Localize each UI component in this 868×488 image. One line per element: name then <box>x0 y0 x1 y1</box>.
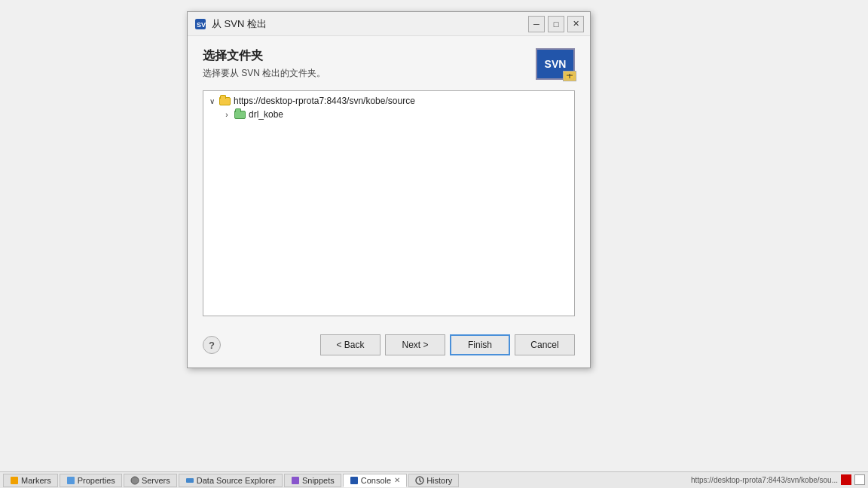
next-button[interactable]: Next > <box>385 334 445 355</box>
finish-button[interactable]: Finish <box>450 334 510 355</box>
dialog-header: 选择文件夹 选择要从 SVN 检出的文件夹。 SVN <box>203 48 575 80</box>
cancel-button[interactable]: Cancel <box>515 334 575 355</box>
svg-rect-3 <box>186 478 194 483</box>
folder-tree[interactable]: ∨ https://desktop-rprota7:8443/svn/kobe/… <box>203 90 575 316</box>
dialog-buttons: ? < Back Next > Finish Cancel <box>203 328 575 358</box>
svg-rect-5 <box>350 477 358 484</box>
child-folder-icon <box>234 109 246 120</box>
svg-rect-0 <box>11 477 18 484</box>
tab-history[interactable]: History <box>408 474 459 487</box>
tab-servers-label: Servers <box>142 476 170 485</box>
tab-snippets[interactable]: Snippets <box>284 474 341 487</box>
maximize-button[interactable]: □ <box>548 16 564 32</box>
status-red-indicator <box>841 474 851 485</box>
dialog-spacer <box>203 316 575 328</box>
console-close-icon[interactable]: ✕ <box>394 476 400 484</box>
child-label: drl_kobe <box>249 109 283 120</box>
status-white-indicator <box>854 474 865 485</box>
close-button[interactable]: ✕ <box>567 16 584 32</box>
tab-history-label: History <box>426 476 452 485</box>
dialog-header-text: 选择文件夹 选择要从 SVN 检出的文件夹。 <box>203 48 326 80</box>
dialog-body: 选择文件夹 选择要从 SVN 检出的文件夹。 SVN ∨ <box>188 36 590 368</box>
tree-root-item[interactable]: ∨ https://desktop-rprota7:8443/svn/kobe/… <box>203 94 574 108</box>
tab-datasource-label: Data Source Explorer <box>197 476 276 485</box>
svg-text:SVN: SVN <box>197 21 206 29</box>
svg-rect-4 <box>292 477 299 484</box>
svg-line-8 <box>420 480 421 482</box>
bottom-tabbar: Markers Properties Servers Data Source E… <box>0 471 868 488</box>
tab-properties[interactable]: Properties <box>60 474 122 487</box>
tab-console-label: Console <box>361 476 391 485</box>
svn-logo-text: SVN <box>545 58 567 70</box>
svg-point-2 <box>131 477 139 484</box>
tab-servers[interactable]: Servers <box>124 474 177 487</box>
datasource-icon <box>185 476 194 485</box>
child-toggle[interactable]: › <box>222 109 232 120</box>
marker-icon <box>10 476 19 485</box>
svg-rect-1 <box>67 477 75 484</box>
dialog-header-title: 选择文件夹 <box>203 48 326 64</box>
tab-console[interactable]: Console ✕ <box>343 474 407 487</box>
svn-checkout-dialog: SVN 从 SVN 检出 ─ □ ✕ 选择文件夹 选择要从 SVN 检出的文件夹… <box>187 11 591 368</box>
folder-yellow-icon <box>219 97 231 105</box>
tab-snippets-label: Snippets <box>302 476 335 485</box>
root-toggle[interactable]: ∨ <box>206 96 217 106</box>
status-bar-right: https://desktop-rprota7:8443/svn/kobe/so… <box>691 471 868 488</box>
console-icon <box>350 476 359 485</box>
dialog-titlebar: SVN 从 SVN 检出 ─ □ ✕ <box>188 12 590 36</box>
back-button[interactable]: < Back <box>320 334 381 355</box>
titlebar-buttons: ─ □ ✕ <box>528 16 584 32</box>
dialog-title-text: 从 SVN 检出 <box>212 17 528 31</box>
properties-icon <box>66 476 75 485</box>
root-label: https://desktop-rprota7:8443/svn/kobe/so… <box>234 96 415 106</box>
tab-properties-label: Properties <box>78 476 115 485</box>
svn-logo-badge <box>563 71 576 81</box>
servers-icon <box>130 476 139 485</box>
history-icon <box>415 476 424 485</box>
dialog-title-icon: SVN <box>194 17 207 31</box>
tab-markers[interactable]: Markers <box>3 474 58 487</box>
tab-markers-label: Markers <box>21 476 51 485</box>
help-button[interactable]: ? <box>203 336 221 354</box>
dialog-header-subtitle: 选择要从 SVN 检出的文件夹。 <box>203 67 326 80</box>
minimize-button[interactable]: ─ <box>528 16 545 32</box>
status-url-text: https://desktop-rprota7:8443/svn/kobe/so… <box>691 476 838 484</box>
tab-datasource[interactable]: Data Source Explorer <box>179 474 283 487</box>
snippets-icon <box>291 476 300 485</box>
svn-logo: SVN <box>536 48 575 80</box>
folder-green-icon <box>234 111 246 119</box>
root-folder-icon <box>219 96 231 106</box>
tree-child-item[interactable]: › drl_kobe <box>203 108 574 121</box>
